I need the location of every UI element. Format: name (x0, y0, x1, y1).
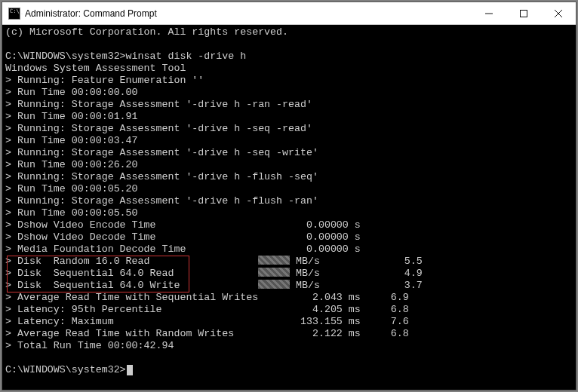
total-line: > Total Run Time 00:00:42.94 (5, 340, 573, 352)
tool-header: Windows System Assessment Tool (5, 63, 573, 75)
output-line: > Run Time 00:00:05.20 (5, 183, 573, 195)
output-line: > Run Time 00:00:00.00 (5, 87, 573, 99)
disk-metric-line: > Disk Random 16.0 Read MB/s 5.5 (5, 256, 573, 268)
metric-line: > Dshow Video Decode Time 0.00000 s (5, 231, 573, 243)
cursor (127, 365, 133, 375)
copyright-line: (c) Microsoft Corporation. All rights re… (5, 26, 573, 38)
output-line: > Running: Storage Assessment '-drive h … (5, 195, 573, 207)
redacted-value (258, 280, 290, 289)
redacted-value (258, 256, 290, 265)
svg-rect-0 (521, 10, 527, 17)
output-line: > Running: Feature Enumeration '' (5, 75, 573, 87)
output-line: > Run Time 00:00:03.47 (5, 135, 573, 147)
metric-line: > Average Read Time with Random Writes 2… (5, 328, 573, 340)
metric-line: > Media Foundation Decode Time 0.00000 s (5, 243, 573, 256)
cmd-icon (8, 8, 20, 20)
metric-line: > Dshow Video Encode Time 0.00000 s (5, 219, 573, 231)
window-controls (472, 2, 576, 24)
output-line: > Run Time 00:00:01.91 (5, 111, 573, 123)
output-line: > Running: Storage Assessment '-drive h … (5, 99, 573, 111)
command-line: C:\WINDOWS\system32>winsat disk -drive h (5, 51, 573, 63)
maximize-button[interactable] (506, 2, 541, 24)
window-title: Administrator: Command Prompt (25, 8, 472, 19)
output-line: > Run Time 00:00:05.50 (5, 207, 573, 219)
metric-line: > Average Read Time with Sequential Writ… (5, 292, 573, 304)
terminal-output[interactable]: (c) Microsoft Corporation. All rights re… (2, 25, 576, 390)
cmd-window: Administrator: Command Prompt (c) Micros… (2, 2, 576, 390)
close-button[interactable] (541, 2, 576, 24)
output-line: > Running: Storage Assessment '-drive h … (5, 147, 573, 159)
output-line: > Run Time 00:00:26.20 (5, 159, 573, 171)
minimize-button[interactable] (472, 2, 506, 24)
titlebar[interactable]: Administrator: Command Prompt (2, 2, 576, 25)
disk-metric-line: > Disk Sequential 64.0 Read MB/s 4.9 (5, 268, 573, 280)
metric-line: > Latency: Maximum 133.155 ms 7.6 (5, 316, 573, 328)
metric-line: > Latency: 95th Percentile 4.205 ms 6.8 (5, 304, 573, 316)
redacted-value (258, 268, 290, 277)
disk-metric-line: > Disk Sequential 64.0 Write MB/s 3.7 (5, 280, 573, 292)
output-line: > Running: Storage Assessment '-drive h … (5, 123, 573, 135)
output-line: > Running: Storage Assessment '-drive h … (5, 171, 573, 183)
prompt-line: C:\WINDOWS\system32> (5, 364, 573, 376)
